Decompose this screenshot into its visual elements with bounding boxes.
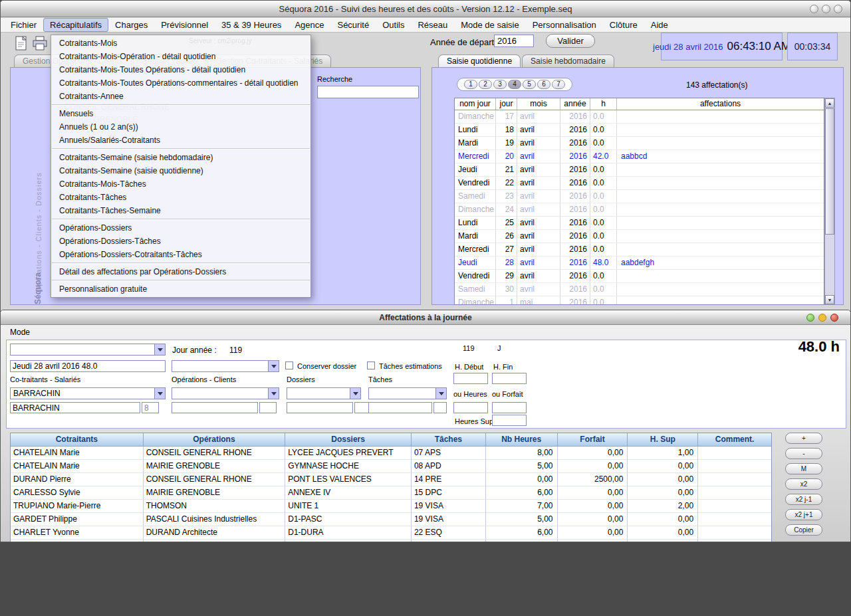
menu-item-cotraitants-annee[interactable]: Cotraitants-Annee [51, 90, 310, 103]
table-row[interactable]: DURAND PierreCONSEIL GENERAL RHONEPONT L… [11, 473, 771, 486]
tab-saisie-hebdomadaire[interactable]: Saisie hebdomadaire [522, 54, 614, 67]
menu-recapitulatifs[interactable]: Récapitulatifs [43, 18, 108, 32]
menu-item-cotraitants-taches-semaine[interactable]: Cotraitants-Tâches-Semaine [51, 204, 310, 217]
menu-item-annuels-salaries-cotraitants[interactable]: Annuels/Salariés-Cotraitants [51, 134, 310, 147]
window-close-button[interactable] [834, 5, 842, 13]
menu-item-mensuels[interactable]: Mensuels [51, 107, 310, 120]
scrollbar-up-icon[interactable]: ▲ [825, 98, 834, 108]
menu-mode-de-saisie[interactable]: Mode de saisie [454, 18, 525, 32]
day-row[interactable]: Dimanche1mai20160.0 [455, 296, 824, 305]
menu-item-operations-dossiers[interactable]: Opérations-Dossiers [51, 221, 310, 235]
pager-button-1[interactable]: 1 [464, 80, 477, 89]
main-title-bar[interactable]: Séquora 2016 - Suivi des heures et des c… [1, 1, 850, 17]
menu-item-operations-dossiers-taches[interactable]: Opérations-Dossiers-Tâches [51, 235, 310, 248]
day-row[interactable]: Lundi25avril20160.0 [455, 217, 824, 230]
maximize-icon[interactable] [818, 314, 826, 322]
col-header-operations[interactable]: Opérations [144, 433, 286, 447]
mode-menu[interactable]: Mode [10, 328, 30, 337]
operations-input[interactable] [172, 402, 258, 413]
menu-item-cotraitants-mois-operation-detail-quotidien[interactable]: Cotraitants-Mois-Opération - détail quot… [51, 50, 310, 63]
side-button-[interactable]: - [785, 448, 822, 459]
h-fin-input[interactable] [492, 373, 527, 384]
menu-outils[interactable]: Outils [376, 18, 411, 32]
menu-agence[interactable]: Agence [288, 18, 330, 32]
start-year-input[interactable] [494, 35, 534, 47]
col-header-nb-heures[interactable]: Nb Heures [486, 433, 558, 447]
day-row[interactable]: Mardi26avril20160.0 [455, 230, 824, 243]
day-row[interactable]: Jeudi21avril20160.0 [455, 163, 824, 177]
day-row[interactable]: Jeudi28avril201648.0aabdefgh [455, 257, 824, 270]
side-button-m[interactable]: M [785, 463, 822, 474]
pager-button-5[interactable]: 5 [523, 80, 536, 89]
day-combo[interactable] [10, 344, 166, 356]
taches-number-input[interactable] [433, 402, 447, 413]
menu-item-cotraitants-semaine-saisie-quotidienne[interactable]: Cotraitants-Semaine (saisie quotidienne) [51, 164, 310, 177]
side-button-x2[interactable]: x2 [785, 478, 822, 490]
affectations-title-bar[interactable]: Affectations à la journée [1, 310, 850, 325]
day-row[interactable]: Mercredi27avril20160.0 [455, 243, 824, 257]
side-button-x2-j-1[interactable]: x2 j-1 [785, 494, 822, 505]
day-row[interactable]: Vendredi22avril20160.0 [455, 177, 824, 190]
table-row[interactable]: CARLESSO SylvieMAIRIE GRENOBLEANNEXE IV1… [11, 486, 771, 500]
close-icon[interactable] [830, 314, 838, 322]
table-row[interactable]: BARRACHINTHOMSON [11, 540, 771, 542]
pager-button-4[interactable]: 4 [508, 80, 521, 89]
pager-button-3[interactable]: 3 [493, 80, 507, 89]
scrollbar-thumb[interactable] [825, 108, 834, 235]
forfait-input[interactable] [492, 402, 527, 413]
table-row[interactable]: CHATELAIN MarieCONSEIL GENERAL RHONELYCE… [11, 447, 771, 460]
side-button-[interactable]: + [785, 433, 822, 444]
menu-item-annuels-1-ou-2-an-s[interactable]: Annuels (1 ou 2 an(s)) [51, 120, 310, 134]
menu-securite[interactable]: Sécurité [330, 18, 376, 32]
pager-button-7[interactable]: 7 [552, 80, 565, 89]
dossiers-combo[interactable] [287, 387, 361, 399]
cotraitant-number-input[interactable] [142, 402, 159, 413]
menu-item-cotraitants-mois-taches[interactable]: Cotraitants-Mois-Tâches [51, 177, 310, 191]
day-row[interactable]: Samedi30avril20160.0 [455, 283, 824, 296]
side-button-x2-j-1[interactable]: x2 j+1 [785, 509, 822, 520]
heures-input[interactable] [453, 402, 488, 413]
window-minimize-button[interactable] [810, 5, 818, 13]
date-field[interactable] [10, 360, 166, 372]
menu-aide[interactable]: Aide [644, 18, 675, 32]
window-maximize-button[interactable] [822, 5, 830, 13]
menu-item-operations-dossiers-cotraitants-taches[interactable]: Opérations-Dossiers-Cotraitants-Tâches [51, 248, 310, 261]
col-header-dossiers[interactable]: Dossiers [285, 433, 412, 447]
day-row[interactable]: Dimanche17avril20160.0 [455, 110, 824, 124]
pager-button-2[interactable]: 2 [479, 80, 492, 89]
document-icon[interactable] [13, 35, 30, 52]
menu-item-cotraitants-mois-toutes-operations-detail-quotidien[interactable]: Cotraitants-Mois-Toutes Opérations - dét… [51, 63, 310, 76]
day-row[interactable]: Lundi18avril20160.0 [455, 124, 824, 137]
table-row[interactable]: TRUPIANO Marie-PierreTHOMSONUNITE 119 VI… [11, 500, 771, 513]
col-header-taches[interactable]: Tâches [412, 433, 486, 447]
cotraitant-combo[interactable]: BARRACHIN [10, 387, 166, 399]
day-row[interactable]: Mardi19avril20160.0 [455, 137, 824, 150]
taches-input[interactable] [368, 402, 432, 413]
pager-button-6[interactable]: 6 [537, 80, 550, 89]
col-header-comment[interactable]: Comment. [698, 433, 771, 447]
day-row[interactable]: Samedi23avril20160.0 [455, 190, 824, 203]
side-button-copier[interactable]: Copier [785, 524, 822, 536]
menu-35-39-heures[interactable]: 35 & 39 Heures [215, 18, 288, 32]
menu-item-detail-des-affectations-par-operations-dossiers[interactable]: Détail des affectations par Opérations-D… [51, 265, 310, 278]
conserver-dossier-checkbox[interactable] [285, 361, 293, 369]
col-header-forfait[interactable]: Forfait [558, 433, 628, 447]
cotraitant-input[interactable] [10, 402, 140, 413]
h-debut-input[interactable] [453, 373, 488, 384]
dossiers-input[interactable] [287, 402, 353, 413]
vertical-scrollbar[interactable]: ▲ ▼ [824, 98, 835, 305]
day-row[interactable]: Dimanche24avril20160.0 [455, 203, 824, 217]
table-row[interactable]: GARDET PhilippePASCALI Cuisines Industri… [11, 513, 771, 526]
tab-saisie-quotidienne[interactable]: Saisie quotidienne [438, 54, 521, 67]
minimize-icon[interactable] [806, 314, 814, 322]
table-row[interactable]: CHARLET YvonneDURAND ArchitecteD1-DURA22… [11, 526, 771, 540]
col-header-h-sup[interactable]: H. Sup [628, 433, 698, 447]
menu-item-cotraitants-taches[interactable]: Cotraitants-Tâches [51, 191, 310, 204]
table-row[interactable]: CHATELAIN MarieMAIRIE GRENOBLEGYMNASE HO… [11, 460, 771, 473]
operations-combo[interactable] [172, 387, 279, 399]
scrollbar-down-icon[interactable]: ▼ [825, 295, 834, 304]
validate-button[interactable]: Valider [546, 34, 595, 48]
menu-item-cotraitants-mois[interactable]: Cotraitants-Mois [51, 37, 310, 50]
menu-fichier[interactable]: Fichier [4, 18, 43, 32]
menu-personnalisation[interactable]: Personnalisation [526, 18, 603, 32]
